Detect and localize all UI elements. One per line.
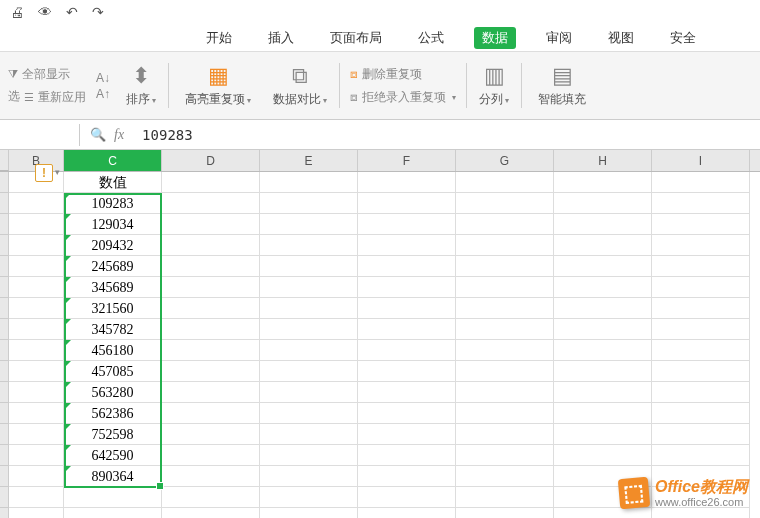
row-header[interactable] bbox=[0, 319, 9, 340]
watermark-url: www.office26.com bbox=[655, 496, 748, 508]
data-cell[interactable]: 321560 bbox=[64, 298, 162, 319]
table-row: 109283 bbox=[0, 193, 760, 214]
row-header[interactable] bbox=[0, 256, 9, 277]
preview-icon[interactable]: 👁 bbox=[38, 4, 52, 20]
row-header[interactable] bbox=[0, 298, 9, 319]
row-header[interactable] bbox=[0, 172, 9, 193]
row-header[interactable] bbox=[0, 193, 9, 214]
tab-data[interactable]: 数据 bbox=[474, 27, 516, 49]
row-header[interactable] bbox=[0, 340, 9, 361]
data-compare-button[interactable]: ⧉ 数据对比▾ bbox=[267, 63, 340, 108]
watermark-title: Office教程网 bbox=[655, 478, 748, 496]
column-headers: B C D E F G H I bbox=[0, 150, 760, 172]
highlight-icon: ▦ bbox=[208, 63, 229, 89]
formula-input[interactable]: 109283 bbox=[134, 125, 760, 145]
office-logo-icon: ⬚ bbox=[618, 477, 651, 510]
tab-page-layout[interactable]: 页面布局 bbox=[324, 25, 388, 51]
reapply-button[interactable]: 选 ☰ 重新应用 bbox=[8, 89, 86, 106]
quick-access-toolbar: 🖨 👁 ↶ ↷ bbox=[0, 0, 760, 24]
watermark: ⬚ Office教程网 www.office26.com bbox=[619, 478, 748, 508]
funnel-icon: ⧩ bbox=[8, 67, 18, 81]
columns-icon: ▥ bbox=[484, 63, 505, 89]
table-row: 457085 bbox=[0, 361, 760, 382]
data-cell[interactable]: 209432 bbox=[64, 235, 162, 256]
fill-icon: ▤ bbox=[552, 63, 573, 89]
formula-bar: 🔍 fx 109283 bbox=[0, 120, 760, 150]
data-cell[interactable]: 562386 bbox=[64, 403, 162, 424]
table-row: 642590 bbox=[0, 445, 760, 466]
tab-insert[interactable]: 插入 bbox=[262, 25, 300, 51]
name-box[interactable] bbox=[0, 124, 80, 146]
data-cell[interactable]: 456180 bbox=[64, 340, 162, 361]
data-cell[interactable]: 129034 bbox=[64, 214, 162, 235]
col-header-I[interactable]: I bbox=[652, 150, 750, 171]
table-row bbox=[0, 508, 760, 518]
row-header[interactable] bbox=[0, 466, 9, 487]
row-header[interactable] bbox=[0, 214, 9, 235]
table-row: 数值 bbox=[0, 172, 760, 193]
trace-icon[interactable]: 🔍 bbox=[90, 127, 106, 142]
tab-formula[interactable]: 公式 bbox=[412, 25, 450, 51]
data-cell[interactable]: 457085 bbox=[64, 361, 162, 382]
data-cell[interactable]: 345689 bbox=[64, 277, 162, 298]
row-header[interactable] bbox=[0, 508, 9, 518]
ribbon-tabs: 开始 插入 页面布局 公式 数据 审阅 视图 安全 bbox=[0, 24, 760, 52]
row-header[interactable] bbox=[0, 235, 9, 256]
data-cell[interactable]: 890364 bbox=[64, 466, 162, 487]
data-cell[interactable]: 642590 bbox=[64, 445, 162, 466]
table-row: 563280 bbox=[0, 382, 760, 403]
col-header-H[interactable]: H bbox=[554, 150, 652, 171]
row-header[interactable] bbox=[0, 403, 9, 424]
data-cell[interactable]: 752598 bbox=[64, 424, 162, 445]
show-all-button[interactable]: ⧩ 全部显示 bbox=[8, 66, 86, 83]
row-header[interactable] bbox=[0, 424, 9, 445]
smart-fill-button[interactable]: ▤ 智能填充 bbox=[532, 63, 592, 108]
table-row: 345782 bbox=[0, 319, 760, 340]
col-header-D[interactable]: D bbox=[162, 150, 260, 171]
fx-icon[interactable]: fx bbox=[114, 127, 124, 143]
col-header-F[interactable]: F bbox=[358, 150, 456, 171]
tab-review[interactable]: 审阅 bbox=[540, 25, 578, 51]
remove-dup-button[interactable]: ⧈ 删除重复项 bbox=[350, 66, 456, 83]
data-cell[interactable]: 245689 bbox=[64, 256, 162, 277]
col-header-G[interactable]: G bbox=[456, 150, 554, 171]
row-header[interactable] bbox=[0, 382, 9, 403]
redo-icon[interactable]: ↷ bbox=[92, 4, 104, 20]
row-header[interactable] bbox=[0, 361, 9, 382]
text-to-cols-button[interactable]: ▥ 分列▾ bbox=[466, 63, 522, 108]
sort-desc-icon[interactable]: A↑ bbox=[96, 87, 110, 101]
row-header[interactable] bbox=[0, 277, 9, 298]
col-header-C[interactable]: C bbox=[64, 150, 162, 171]
smart-tag-dropdown-icon[interactable]: ▾ bbox=[55, 167, 60, 177]
tab-view[interactable]: 视图 bbox=[602, 25, 640, 51]
table-row: 562386 bbox=[0, 403, 760, 424]
reapply-icon: ☰ bbox=[24, 91, 34, 104]
row-header[interactable] bbox=[0, 487, 9, 508]
tab-security[interactable]: 安全 bbox=[664, 25, 702, 51]
sort-asc-icon[interactable]: A↓ bbox=[96, 71, 110, 85]
sort-button[interactable]: ⬍ 排序▾ bbox=[120, 63, 169, 108]
filter-group: ⧩ 全部显示 选 ☰ 重新应用 bbox=[8, 66, 86, 106]
table-row: 209432 bbox=[0, 235, 760, 256]
tab-start[interactable]: 开始 bbox=[200, 25, 238, 51]
sort-small-icons: A↓ A↑ bbox=[96, 71, 110, 101]
col-header-E[interactable]: E bbox=[260, 150, 358, 171]
column-title-cell[interactable]: 数值 bbox=[64, 172, 162, 193]
table-row: 345689 bbox=[0, 277, 760, 298]
error-smart-tag[interactable]: ! bbox=[35, 164, 53, 182]
reject-dup-button[interactable]: ⧈ 拒绝录入重复项▾ bbox=[350, 89, 456, 106]
table-row: 245689 bbox=[0, 256, 760, 277]
undo-icon[interactable]: ↶ bbox=[66, 4, 78, 20]
select-all-corner[interactable] bbox=[0, 150, 9, 171]
row-header[interactable] bbox=[0, 445, 9, 466]
compare-icon: ⧉ bbox=[292, 63, 308, 89]
print-icon[interactable]: 🖨 bbox=[10, 4, 24, 20]
reject-dup-icon: ⧈ bbox=[350, 90, 358, 104]
sort-icon: ⬍ bbox=[132, 63, 150, 89]
highlight-dup-button[interactable]: ▦ 高亮重复项▾ bbox=[179, 63, 257, 108]
data-cell[interactable]: 109283 bbox=[64, 193, 162, 214]
data-cell[interactable]: 563280 bbox=[64, 382, 162, 403]
remove-dup-icon: ⧈ bbox=[350, 67, 358, 81]
data-cell[interactable]: 345782 bbox=[64, 319, 162, 340]
dup-group: ⧈ 删除重复项 ⧈ 拒绝录入重复项▾ bbox=[350, 66, 456, 106]
